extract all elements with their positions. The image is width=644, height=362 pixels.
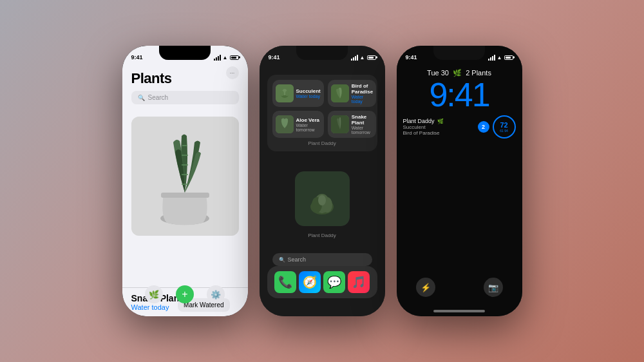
plant-image-svg — [131, 117, 239, 236]
more-icon: ··· — [230, 70, 235, 76]
home-indicator — [433, 310, 485, 312]
phone1-status-icons: ▲ — [214, 55, 239, 61]
app-dock: 📞 🧭 💬 🎵 — [267, 266, 377, 298]
signal-icon — [351, 55, 358, 61]
large-plant-widget[interactable]: Succulent Water today Bird of Paradise W… — [267, 75, 377, 151]
lock-time-display: 9:41 — [397, 75, 522, 114]
dock-messages-icon[interactable]: 💬 — [323, 271, 345, 293]
phone2-screen: 9:41 ▲ — [260, 46, 385, 316]
phone3-screen: 9:41 ▲ Tue 30 — [397, 46, 522, 316]
phone2-frame: 9:41 ▲ — [260, 46, 385, 316]
lock-plant2: Bird of Paradise — [403, 130, 444, 136]
plants-title: Plants — [131, 70, 239, 87]
plants-search-bar[interactable]: 🔍 Search — [131, 91, 239, 104]
dock-safari-icon[interactable]: 🧭 — [299, 271, 321, 293]
phone2-status-icons: ▲ — [351, 55, 376, 61]
lock-plant1: Succulent — [403, 124, 444, 130]
more-options-button[interactable]: ··· — [226, 66, 239, 79]
succulent-img — [276, 84, 294, 102]
plant-water-status: Water today — [131, 303, 182, 311]
dock-music-icon[interactable]: 🎵 — [348, 271, 370, 293]
phone1-notch — [159, 46, 211, 60]
widget-grid: Succulent Water today Bird of Paradise W… — [272, 80, 372, 138]
lock-widget-title: Plant Daddy 🌿 — [403, 118, 444, 124]
svg-rect-2 — [161, 193, 209, 198]
phone2-time: 9:41 — [269, 54, 280, 61]
phone3-time-status: 9:41 — [406, 54, 417, 61]
add-plant-button[interactable]: + — [176, 285, 194, 303]
settings-icon[interactable]: ⚙️ — [207, 285, 225, 303]
aloe-status: Water tomorrow — [296, 123, 321, 132]
bottom-toolbar: 🌿 + ⚙️ — [122, 285, 248, 303]
snake-name: Snake Plant — [352, 114, 373, 126]
phone1-time: 9:41 — [131, 54, 143, 61]
temp-range: 61 94 — [500, 129, 508, 133]
signal-icon — [214, 55, 221, 61]
aloe-text: Aloe Vera Water tomorrow — [296, 117, 321, 132]
wifi-icon: ▲ — [223, 55, 228, 61]
widget-cell-aloe: Aloe Vera Water tomorrow — [272, 111, 324, 138]
phone3-notch — [433, 46, 485, 60]
small-widget-svg — [295, 171, 350, 226]
plants-count-badge: 2 — [478, 121, 489, 133]
battery-icon — [367, 55, 376, 60]
phone1-screen: 9:41 ▲ Plants — [122, 46, 248, 316]
dock-phone-icon[interactable]: 📞 — [274, 271, 296, 293]
bird-name: Bird of Paradise — [352, 83, 373, 95]
search-bar-placeholder: Search — [148, 94, 169, 101]
widget-cell-succulent: Succulent Water today — [272, 80, 324, 107]
bird-status: Water today — [352, 95, 373, 104]
phone2-notch — [296, 46, 348, 60]
widget-cell-snake: Snake Plant Water tomorrow — [328, 111, 376, 138]
lock-plant-info: Plant Daddy 🌿 Succulent Bird of Paradise — [403, 118, 444, 136]
lock-widgets-area: Plant Daddy 🌿 Succulent Bird of Paradise… — [403, 115, 516, 141]
bird-img — [331, 84, 349, 102]
svg-point-11 — [280, 91, 284, 96]
succulent-name: Succulent — [296, 88, 321, 94]
plant-bottom-card: Snake Plant Water today Mark Watered 🌿 +… — [122, 287, 248, 316]
snake-text: Snake Plant Water tomorrow — [352, 114, 373, 135]
phones-container: 9:41 ▲ Plants — [122, 46, 522, 316]
battery-icon — [504, 55, 513, 60]
temp-num: 72 — [500, 122, 507, 129]
widget-cell-bird: Bird of Paradise Water today — [328, 80, 376, 107]
small-plant-widget[interactable] — [295, 171, 350, 226]
lock-bottom-icons: ⚡ 📷 — [397, 278, 522, 297]
flashlight-button[interactable]: ⚡ — [416, 278, 435, 297]
camera-button[interactable]: 📷 — [484, 278, 503, 297]
temp-circle-widget: 72 61 94 — [493, 115, 516, 138]
phone3-status-icons: ▲ — [488, 55, 513, 61]
svg-point-21 — [318, 195, 326, 205]
lock-widget-row: Plant Daddy 🌿 Succulent Bird of Paradise… — [403, 115, 516, 138]
small-widget-label: Plant Daddy — [295, 233, 350, 238]
wifi-icon: ▲ — [360, 55, 365, 61]
home-search-icon: 🔍 — [279, 257, 285, 263]
bird-text: Bird of Paradise Water today — [352, 83, 373, 104]
home-search-placeholder: Search — [288, 256, 307, 263]
large-widget-label: Plant Daddy — [272, 140, 372, 146]
aloe-img — [276, 115, 294, 133]
battery-icon — [230, 55, 239, 60]
snake-img — [331, 115, 349, 133]
phone3-frame: 9:41 ▲ Tue 30 — [397, 46, 522, 316]
snake-status: Water tomorrow — [352, 126, 373, 135]
succulent-text: Succulent Water today — [296, 88, 321, 99]
plant-image-container — [131, 117, 239, 236]
phone1-frame: 9:41 ▲ Plants — [122, 46, 248, 316]
aloe-name: Aloe Vera — [296, 117, 321, 123]
wifi-icon: ▲ — [497, 55, 502, 61]
succulent-status: Water today — [296, 94, 321, 99]
plants-tab-icon[interactable]: 🌿 — [145, 285, 163, 303]
home-search-bar[interactable]: 🔍 Search — [272, 253, 372, 266]
search-icon: 🔍 — [138, 95, 145, 101]
signal-icon — [488, 55, 495, 61]
svg-point-12 — [285, 91, 289, 96]
